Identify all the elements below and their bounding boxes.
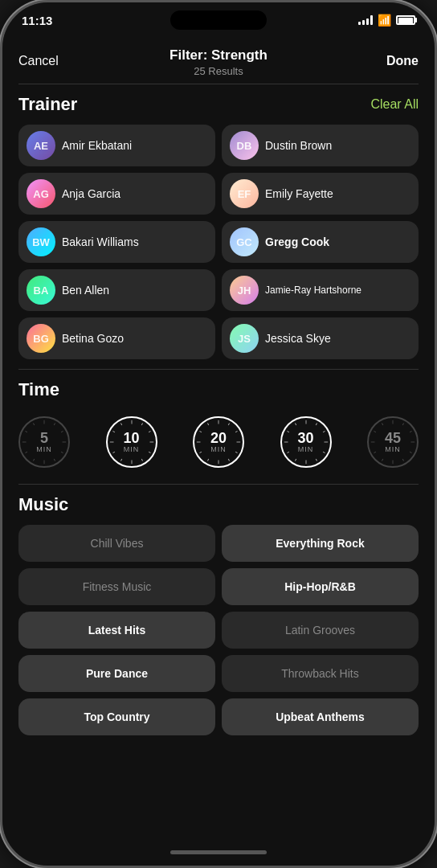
avatar-jamie: JH [230, 276, 259, 305]
time-section-title: Time [18, 379, 59, 400]
music-label-latin: Latin Grooves [285, 624, 355, 637]
music-label-fitness: Fitness Music [83, 580, 152, 593]
trainer-item-bakari[interactable]: BW Bakari Williams [18, 221, 215, 263]
signal-icon [358, 15, 373, 25]
trainer-section-header: Trainer Clear All [18, 94, 419, 115]
svg-line-17 [141, 459, 142, 461]
music-item-country[interactable]: Top Country [18, 698, 215, 735]
results-count: 25 Results [18, 65, 419, 77]
svg-line-10 [25, 431, 27, 432]
trainer-item-amir[interactable]: AE Amir Ekbatani [18, 125, 215, 166]
wifi-icon: 📶 [378, 14, 391, 27]
music-label-pure: Pure Dance [86, 667, 148, 680]
avatar-jessica: JS [230, 324, 259, 353]
trainer-item-betina[interactable]: BG Betina Gozo [18, 317, 215, 359]
svg-line-50 [410, 431, 411, 432]
time-option-10[interactable]: 10 MIN [106, 416, 157, 468]
trainer-name-ben: Ben Allen [62, 284, 109, 297]
svg-line-32 [199, 452, 201, 452]
trainer-item-dustin[interactable]: DB Dustin Brown [222, 125, 419, 166]
music-item-hiphop[interactable]: Hip-Hop/R&B [222, 568, 419, 605]
svg-line-31 [207, 459, 208, 461]
svg-line-34 [199, 431, 201, 432]
screen-content: Cancel Filter: Strength 25 Results Done … [2, 38, 435, 838]
trainer-name-amir: Amir Ekbatani [62, 139, 132, 152]
time-ticks-45 [369, 418, 417, 466]
trainer-name-dustin: Dustin Brown [265, 139, 332, 152]
header-title: Filter: Strength [18, 47, 419, 63]
trainer-grid: AE Amir Ekbatani DB Dustin Brown AG Anja… [18, 125, 419, 359]
music-item-latest[interactable]: Latest Hits [18, 612, 215, 649]
music-section: Music Chill Vibes Everything Rock Fitnes… [2, 485, 435, 745]
avatar-ben: BA [27, 276, 55, 305]
trainer-name-anja: Anja Garcia [62, 187, 120, 200]
music-item-chill[interactable]: Chill Vibes [18, 525, 215, 562]
time-ticks-20 [194, 418, 243, 466]
avatar-emily: EF [230, 179, 259, 208]
phone-bottom-bar [2, 838, 435, 866]
trainer-name-bakari: Bakari Williams [62, 235, 139, 248]
avatar-bakari: BW [27, 227, 55, 256]
svg-line-20 [112, 452, 114, 452]
avatar-amir: AE [27, 131, 55, 160]
time-circles: 5 MIN [18, 410, 419, 474]
svg-line-19 [120, 459, 121, 461]
time-section: Time [2, 370, 435, 484]
trainer-name-emily: Emily Fayette [265, 187, 333, 200]
cancel-button[interactable]: Cancel [18, 54, 59, 68]
time-option-45[interactable]: 45 MIN [367, 416, 419, 468]
svg-line-41 [316, 459, 317, 461]
music-section-title: Music [18, 494, 68, 515]
trainer-name-gregg: Gregg Cook [265, 235, 329, 248]
svg-line-47 [295, 423, 296, 424]
music-item-upbeat[interactable]: Upbeat Anthems [222, 698, 419, 735]
music-label-country: Top Country [84, 710, 149, 723]
svg-line-1 [54, 423, 55, 424]
svg-line-37 [316, 423, 317, 424]
time-option-5[interactable]: 5 MIN [18, 416, 70, 468]
trainer-item-anja[interactable]: AG Anja Garcia [18, 173, 215, 215]
time-ticks-30 [282, 418, 330, 466]
time-section-header: Time [18, 379, 419, 400]
trainer-section: Trainer Clear All AE Amir Ekbatani DB Du… [2, 84, 435, 369]
status-icons: 📶 [358, 14, 415, 27]
home-indicator [170, 850, 267, 854]
notch [170, 10, 267, 30]
music-item-fitness[interactable]: Fitness Music [18, 568, 215, 605]
svg-line-59 [382, 423, 382, 424]
svg-line-26 [235, 431, 237, 432]
avatar-anja: AG [27, 179, 55, 208]
time-option-30[interactable]: 30 MIN [280, 416, 332, 468]
svg-line-22 [112, 431, 114, 432]
trainer-item-jamie[interactable]: JH Jamie-Ray Hartshorne [222, 269, 419, 311]
music-label-throwback: Throwback Hits [281, 667, 358, 680]
music-item-pure[interactable]: Pure Dance [18, 655, 215, 692]
svg-line-23 [120, 423, 121, 424]
svg-line-13 [141, 423, 142, 424]
svg-line-46 [287, 431, 288, 432]
svg-line-5 [54, 459, 55, 461]
trainer-item-jessica[interactable]: JS Jessica Skye [222, 317, 419, 359]
bottom-spacer [2, 745, 435, 761]
status-time: 11:13 [22, 14, 52, 27]
music-item-throwback[interactable]: Throwback Hits [222, 655, 419, 692]
svg-line-56 [374, 452, 375, 452]
trainer-item-ben[interactable]: BA Ben Allen [18, 269, 215, 311]
svg-line-58 [374, 431, 375, 432]
svg-line-2 [61, 431, 63, 432]
svg-line-40 [323, 452, 325, 452]
music-item-everything-rock[interactable]: Everything Rock [222, 525, 419, 562]
clear-all-button[interactable]: Clear All [370, 97, 419, 112]
svg-line-16 [149, 452, 150, 452]
svg-line-52 [410, 452, 411, 452]
trainer-item-emily[interactable]: EF Emily Fayette [222, 173, 419, 215]
svg-line-28 [235, 452, 237, 452]
trainer-section-title: Trainer [18, 94, 77, 115]
trainer-item-gregg[interactable]: GC Gregg Cook [222, 221, 419, 263]
svg-line-43 [295, 459, 296, 461]
music-item-latin[interactable]: Latin Grooves [222, 612, 419, 649]
done-button[interactable]: Done [386, 54, 419, 68]
music-label-hiphop: Hip-Hop/R&B [284, 580, 356, 593]
time-option-20[interactable]: 20 MIN [193, 416, 244, 468]
filter-header: Cancel Filter: Strength 25 Results Done [2, 38, 435, 84]
